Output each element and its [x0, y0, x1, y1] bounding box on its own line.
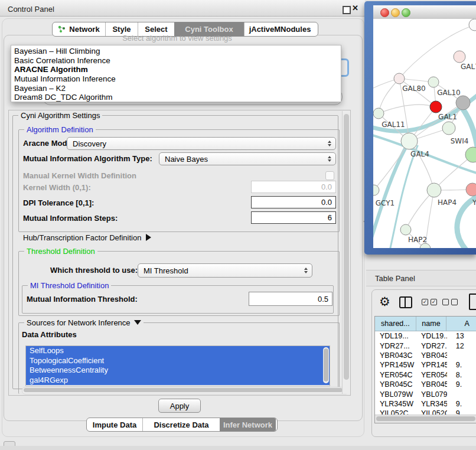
node-label: SWI4 — [451, 137, 469, 145]
network-node-gal1[interactable] — [430, 101, 442, 113]
hub-definition-toggle[interactable]: Hub/Transcription Factor Definition — [23, 233, 151, 242]
application-window: Control Panel ✕ NetworkStyleSelectCyni T… — [0, 0, 476, 450]
table-cell[interactable]: YBR043C — [416, 351, 447, 360]
table-cell[interactable]: YPR145W — [375, 360, 416, 370]
kernel-width-field[interactable]: 0.0 — [251, 181, 336, 193]
table-row[interactable]: YBL079WYBL079W — [375, 389, 476, 399]
table-row[interactable]: YPR145WYPR145W9. — [375, 360, 476, 370]
zoom-traffic-light[interactable] — [402, 8, 410, 17]
table-cell[interactable]: YDR27... — [416, 341, 447, 350]
scrollbar-thumb[interactable] — [344, 114, 349, 380]
expand-right-icon — [146, 234, 151, 241]
attribute-item[interactable]: TopologicalCoefficient — [26, 356, 330, 366]
table-cell[interactable]: YBL079W — [375, 389, 416, 399]
algorithm-option[interactable]: Dream8 DC_TDC Algorithm — [11, 93, 341, 102]
algorithm-option[interactable]: Bayesian – Hill Climbing — [11, 47, 341, 56]
which-threshold-select[interactable]: MI Threshold — [138, 263, 312, 278]
algorithm-select-prompt[interactable]: Select algorithm to view settings — [0, 34, 354, 43]
minimize-traffic-light[interactable] — [391, 8, 400, 17]
table-cell[interactable]: YER054C — [375, 370, 416, 380]
gear-icon[interactable]: ⚙ — [379, 295, 390, 309]
table-cell[interactable]: 12 — [447, 341, 476, 350]
network-node[interactable] — [420, 243, 431, 248]
aracne-mode-select[interactable]: Discovery — [67, 137, 336, 150]
table-cell[interactable]: YPR145W — [416, 360, 447, 370]
algorithm-option[interactable]: Mutual Information Inference — [11, 74, 341, 84]
table-cell[interactable]: 8. — [447, 370, 476, 380]
tab-label: Network — [69, 25, 99, 34]
settings-vertical-scrollbar[interactable] — [342, 111, 350, 394]
network-node-gal4[interactable] — [401, 133, 418, 149]
algorithm-option[interactable]: Bayesian – K2 — [11, 84, 341, 93]
algorithm-dropdown-popup: Bayesian – Hill ClimbingBasic Correlatio… — [11, 45, 341, 102]
table-cell[interactable]: YDR27... — [375, 341, 416, 350]
table-horizontal-scrollbar[interactable] — [375, 415, 476, 423]
table-row[interactable]: YDR27...YDR27...12 — [375, 341, 476, 350]
float-window-icon[interactable] — [343, 6, 351, 14]
network-canvas[interactable]: GAL7GAL80GAL10GAL1GAL11SWI4GAL4GCY1HAP4Y… — [373, 19, 476, 248]
table-row[interactable]: YBR043CYBR043C — [375, 351, 476, 360]
network-node-swi4[interactable] — [442, 122, 455, 135]
columns-icon[interactable] — [399, 296, 412, 308]
mi-steps-field[interactable]: 6 — [251, 211, 336, 224]
algorithm-option[interactable]: Basic Correlation Inference — [11, 56, 341, 66]
network-node-gcy1[interactable] — [373, 185, 379, 195]
table-row[interactable]: YDL19...YDL19...13 — [375, 331, 476, 341]
node-label: Y — [472, 198, 476, 207]
mi-threshold-field[interactable]: 0.5 — [249, 292, 332, 306]
mi-algorithm-type-select[interactable]: Naive Bayes — [159, 152, 336, 165]
network-node-gal10[interactable] — [428, 77, 439, 87]
close-icon[interactable]: ✕ — [352, 4, 358, 12]
table-cell[interactable]: YDL19... — [375, 331, 416, 341]
column-header[interactable]: shared... — [375, 317, 416, 331]
close-traffic-light[interactable] — [380, 8, 389, 17]
scrollbar-thumb[interactable] — [24, 388, 343, 392]
sources-horizontal-scrollbar[interactable] — [22, 387, 349, 394]
network-node-hap4[interactable] — [427, 183, 441, 197]
table-cell[interactable]: YLR345W — [416, 399, 447, 409]
attribute-item[interactable]: gal4RGexp — [26, 376, 330, 386]
attribute-item[interactable]: SelfLoops — [26, 346, 330, 356]
table-cell[interactable]: YLR345W — [375, 399, 416, 409]
table-row[interactable]: YBR045CYBR045C9. — [375, 380, 476, 389]
dpi-tolerance-field[interactable]: 0.0 — [251, 196, 336, 208]
attributes-scrollbar[interactable] — [323, 347, 329, 383]
select-all-icon[interactable]: ✓✓ — [422, 299, 437, 305]
deselect-all-icon[interactable] — [442, 299, 458, 305]
manual-kernel-width-checkbox[interactable] — [325, 171, 334, 180]
table-cell[interactable]: YBL079W — [416, 389, 447, 399]
table-cell[interactable]: 9. — [447, 360, 476, 370]
table-cell[interactable]: YBR045C — [375, 380, 416, 389]
table-cell[interactable]: YBR043C — [375, 351, 416, 360]
table-rows: YDL19...YDL19...13YDR27...YDR27...12YBR0… — [375, 331, 476, 415]
table-cell[interactable]: 9. — [447, 399, 476, 409]
table-cell[interactable]: 13 — [447, 331, 476, 341]
algorithm-option[interactable]: ARACNE Algorithm — [11, 65, 341, 74]
table-cell[interactable]: YER054C — [416, 370, 447, 380]
attribute-item[interactable]: BetweennessCentrality — [26, 366, 330, 376]
table-row[interactable]: YLR345WYLR345W9. — [375, 399, 476, 409]
scrollbar-thumb[interactable] — [376, 416, 475, 421]
tab-discretize-data[interactable]: Discretize Data — [142, 418, 220, 431]
network-node[interactable] — [456, 96, 470, 110]
tab-impute-data[interactable]: Impute Data — [87, 418, 142, 431]
scrollbar-thumb[interactable] — [324, 348, 328, 381]
table-cell[interactable]: YDL19... — [416, 331, 447, 341]
sources-toggle[interactable]: Sources for Network Inference — [24, 318, 144, 327]
network-node-gal80[interactable] — [394, 73, 405, 84]
apply-button[interactable]: Apply — [158, 399, 201, 413]
network-node-y[interactable] — [466, 183, 476, 196]
network-node-hap2[interactable] — [400, 224, 411, 235]
network-node-gal11[interactable] — [373, 108, 384, 119]
table-row[interactable]: YER054CYER054C8. — [375, 370, 476, 380]
network-node[interactable] — [469, 19, 476, 31]
document-icon[interactable] — [469, 294, 476, 310]
tab-infer-network[interactable]: Infer Network — [220, 418, 276, 431]
column-header[interactable]: A — [446, 317, 476, 331]
table-cell[interactable]: 9. — [447, 380, 476, 389]
table-cell[interactable] — [447, 351, 476, 360]
column-header[interactable]: name — [416, 317, 446, 331]
table-cell[interactable]: YBR045C — [416, 380, 447, 389]
table-cell[interactable] — [447, 389, 476, 399]
network-node-gal7[interactable] — [454, 51, 465, 63]
